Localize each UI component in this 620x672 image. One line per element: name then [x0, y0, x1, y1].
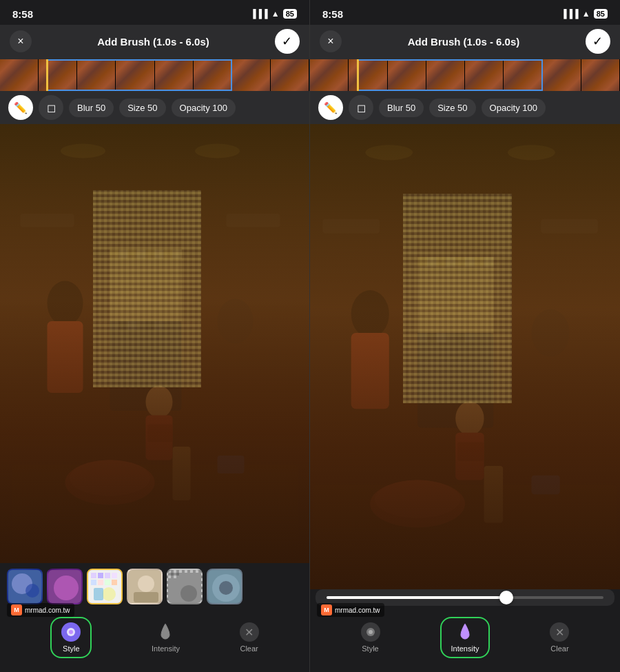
right-pixel-blur — [403, 194, 512, 403]
right-timeline[interactable] — [310, 59, 620, 91]
left-time: 8:58 — [12, 8, 33, 20]
svg-rect-60 — [171, 573, 174, 576]
right-style-icon — [361, 622, 380, 642]
left-blur-param[interactable]: Blur 50 — [69, 99, 114, 117]
left-header: × Add Brush (1.0s - 6.0s) ✓ — [0, 25, 309, 59]
svg-point-62 — [180, 585, 197, 602]
right-style-icon-circle — [361, 622, 380, 642]
svg-point-46 — [102, 587, 116, 601]
main-container: 8:58 ▐▐▐ ▲ 85 × Add Brush (1.0s - 6.0s) … — [0, 0, 620, 672]
svg-rect-58 — [168, 576, 171, 578]
svg-rect-50 — [134, 592, 158, 602]
left-timeline[interactable] — [0, 59, 309, 91]
svg-rect-52 — [168, 570, 171, 573]
right-frame-6 — [504, 59, 542, 91]
effect-thumb-1[interactable] — [7, 569, 43, 604]
svg-rect-44 — [105, 580, 110, 585]
right-opacity-param[interactable]: Opacity 100 — [482, 99, 546, 117]
left-confirm-button[interactable]: ✓ — [275, 29, 300, 54]
frame-5 — [155, 59, 194, 91]
right-intensity-label: Intensity — [451, 644, 479, 653]
frame-3 — [77, 59, 116, 91]
left-eraser-tool[interactable]: ◻ — [39, 95, 63, 120]
right-pencil-tool[interactable]: ✏️ — [318, 95, 343, 120]
right-clear-action[interactable]: ✕ Clear — [550, 622, 569, 653]
right-frame-8 — [581, 59, 620, 91]
svg-point-67 — [69, 630, 73, 634]
left-clear-action[interactable]: ✕ Clear — [240, 622, 259, 653]
left-canvas-image — [0, 124, 309, 563]
effect-thumb-3[interactable] — [87, 569, 123, 604]
frame-6 — [194, 59, 232, 91]
right-frame-7 — [543, 59, 581, 91]
right-clear-label: Clear — [550, 644, 568, 653]
effect-thumb-4[interactable] — [127, 569, 163, 604]
right-toolbar: ✏️ ◻ Blur 50 Size 50 Opacity 100 — [310, 91, 620, 124]
effect-thumb-2[interactable] — [47, 569, 83, 604]
left-timeline-playhead — [46, 59, 48, 91]
left-watermark-text: mrmad.com.tw — [25, 607, 70, 614]
svg-rect-56 — [190, 570, 193, 573]
left-opacity-param[interactable]: Opacity 100 — [172, 99, 236, 117]
svg-rect-47 — [94, 588, 103, 600]
svg-rect-42 — [91, 580, 96, 585]
left-watermark-icon: M — [11, 604, 22, 615]
left-size-param[interactable]: Size 50 — [119, 99, 165, 117]
svg-rect-57 — [196, 570, 198, 573]
right-header-title: Add Brush (1.0s - 6.0s) — [408, 36, 520, 48]
right-blur-param[interactable]: Blur 50 — [379, 99, 424, 117]
right-action-bar: Style Intensity ✕ Clear — [310, 610, 620, 672]
left-canvas[interactable] — [0, 124, 309, 563]
effect-thumb-5[interactable] — [167, 569, 203, 604]
right-slider-track[interactable] — [327, 596, 603, 599]
right-status-icons: ▐▐▐ ▲ 85 — [561, 9, 608, 19]
right-header: × Add Brush (1.0s - 6.0s) ✓ — [310, 25, 620, 59]
left-style-action[interactable]: Style — [50, 617, 92, 658]
right-watermark-icon: M — [321, 604, 332, 615]
left-signal-icon: ▐▐▐ — [250, 9, 268, 19]
left-pencil-tool[interactable]: ✏️ — [8, 95, 33, 120]
right-clear-icon: ✕ — [550, 622, 569, 642]
right-time: 8:58 — [322, 8, 343, 20]
right-slider-thumb[interactable] — [499, 591, 513, 604]
right-style-label: Style — [362, 644, 378, 653]
svg-rect-61 — [176, 573, 179, 576]
right-eraser-tool[interactable]: ◻ — [349, 95, 373, 120]
left-style-icon — [61, 622, 81, 642]
left-close-button[interactable]: × — [10, 30, 32, 52]
svg-point-36 — [54, 576, 79, 600]
left-status-icons: ▐▐▐ ▲ 85 — [250, 9, 297, 19]
frame-4 — [116, 59, 154, 91]
left-battery: 85 — [283, 9, 297, 19]
left-header-title: Add Brush (1.0s - 6.0s) — [97, 36, 209, 48]
frame-1 — [0, 59, 39, 91]
svg-rect-40 — [105, 573, 110, 578]
effect-thumb-6[interactable] — [207, 569, 242, 604]
left-intensity-label: Intensity — [152, 644, 180, 653]
right-frame-3 — [388, 59, 426, 91]
left-style-label: Style — [63, 644, 79, 653]
right-size-param[interactable]: Size 50 — [429, 99, 475, 117]
left-status-bar: 8:58 ▐▐▐ ▲ 85 — [0, 0, 309, 25]
left-toolbar: ✏️ ◻ Blur 50 Size 50 Opacity 100 — [0, 91, 309, 124]
right-intensity-icon — [455, 622, 475, 642]
right-frame-4 — [426, 59, 465, 91]
left-intensity-action[interactable]: Intensity — [152, 622, 180, 653]
right-timeline-playhead — [357, 59, 359, 91]
svg-rect-55 — [185, 570, 187, 573]
right-status-bar: 8:58 ▐▐▐ ▲ 85 — [310, 0, 620, 25]
right-battery: 85 — [594, 9, 608, 19]
svg-point-65 — [219, 581, 233, 595]
svg-rect-54 — [179, 570, 182, 573]
left-intensity-icon — [156, 622, 175, 642]
svg-rect-38 — [91, 573, 96, 578]
right-close-button[interactable]: × — [320, 30, 342, 52]
svg-point-101 — [369, 630, 373, 634]
svg-rect-53 — [174, 570, 176, 573]
right-intensity-action[interactable]: Intensity — [440, 617, 490, 658]
right-confirm-button[interactable]: ✓ — [586, 29, 610, 54]
right-style-action[interactable]: Style — [361, 622, 380, 653]
right-slider-fill — [327, 596, 506, 599]
right-canvas[interactable] — [310, 124, 620, 589]
svg-rect-43 — [98, 580, 103, 585]
